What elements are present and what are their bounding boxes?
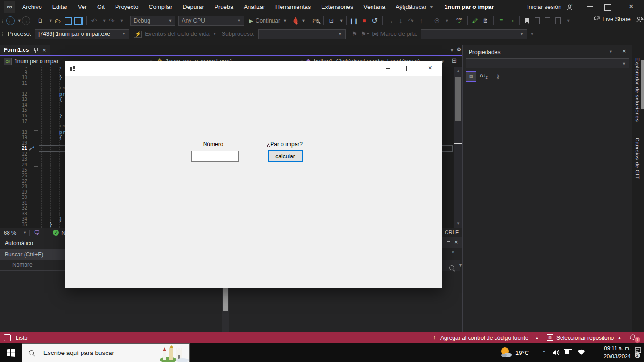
hot-reload-dropdown-icon[interactable]: ▼ <box>301 18 305 23</box>
fold-collapse-icon[interactable]: − <box>34 130 38 134</box>
save-all-icon[interactable] <box>74 16 84 26</box>
app-close-button[interactable]: × <box>428 64 432 72</box>
menu-depurar[interactable]: Depurar <box>177 4 209 10</box>
solution-config-dropdown[interactable]: Debug▼ <box>130 16 175 26</box>
pause-icon[interactable]: ❙❙ <box>349 16 359 26</box>
zoom-level[interactable]: 68 % <box>4 230 16 236</box>
tray-chevron-icon[interactable]: ⌃ <box>540 349 548 356</box>
split-window-icon[interactable]: ⊞ <box>452 57 457 64</box>
process-dropdown[interactable]: [7436] 1num par o impar.exe▼ <box>35 29 129 39</box>
step-over-icon[interactable]: ↷ <box>406 16 416 26</box>
redo-icon[interactable]: ↷ <box>107 16 117 26</box>
step-out-icon[interactable]: ↑ <box>416 16 427 26</box>
stack-frame-dropdown[interactable]: ▼ <box>421 29 527 39</box>
sign-in-control[interactable]: Iniciar sesión + <box>527 2 574 12</box>
save-icon[interactable] <box>63 16 74 26</box>
tray-clock[interactable]: 09:11 a. m. 20/03/2024 <box>590 345 631 361</box>
start-button[interactable] <box>1 343 21 362</box>
tray-volume-icon[interactable] <box>552 348 561 357</box>
side-tab-git-changes[interactable]: Cambios de GIT <box>635 138 640 179</box>
menu-herramientas[interactable]: Herramientas <box>270 4 316 10</box>
live-share-label[interactable]: Live Share <box>603 16 631 23</box>
platform-dropdown[interactable]: Any CPU▼ <box>178 16 244 26</box>
tab-list-dropdown-icon[interactable]: ▼ <box>450 48 454 53</box>
menu-editar[interactable]: Editar <box>47 4 73 10</box>
notification-center-button[interactable]: 2 <box>634 347 643 358</box>
lifecycle-label[interactable]: Eventos del ciclo de vida <box>145 31 210 37</box>
uncomment-icon[interactable]: 🗎 <box>480 16 491 26</box>
feedback-icon[interactable]: 🗨 <box>34 230 40 236</box>
navigate-back-icon[interactable]: ← <box>6 16 15 25</box>
select-repository-button[interactable]: Seleccionar repositorio <box>556 335 614 341</box>
tab-settings-gear-icon[interactable]: ⚙ <box>456 46 462 53</box>
close-tab-icon[interactable]: × <box>42 47 46 54</box>
share-user-icon[interactable] <box>636 16 644 23</box>
open-folder-icon[interactable]: 🗁 <box>53 16 63 26</box>
stop-icon[interactable]: ■ <box>359 16 370 26</box>
hot-reload-icon[interactable] <box>291 16 298 25</box>
categorized-icon[interactable]: ▤ <box>466 71 476 82</box>
navigate-forward-icon[interactable]: → <box>22 16 30 25</box>
restore-button[interactable] <box>604 4 611 11</box>
menu-prueba[interactable]: Prueba <box>209 4 239 10</box>
taskbar-weather[interactable]: 19°C <box>499 343 529 362</box>
restart-icon[interactable]: ↺ <box>370 16 380 26</box>
menu-archivo[interactable]: Archivo <box>17 4 47 10</box>
new-file-dropdown-icon[interactable]: ▼ <box>49 18 53 23</box>
nav-project-dropdown[interactable]: 1num par o impar <box>14 58 58 65</box>
search-castle-image[interactable] <box>159 345 189 362</box>
numero-textbox[interactable] <box>191 151 239 162</box>
zoom-dropdown-icon[interactable]: ▼ <box>23 230 27 235</box>
continue-label[interactable]: Continuar <box>256 17 280 24</box>
subprocess-dropdown[interactable]: ▼ <box>258 29 346 39</box>
step-into-icon[interactable]: ↓ <box>396 16 406 26</box>
preview-window-icon[interactable]: ⊡ <box>326 16 337 26</box>
flag-icon[interactable]: ⚑ <box>349 29 360 39</box>
app-form-titlebar[interactable]: × <box>65 61 442 76</box>
side-scrollbar-thumb[interactable] <box>641 60 644 109</box>
indent-decrease-icon[interactable]: ≡ <box>496 16 506 26</box>
scrollbar-up-arrow[interactable]: ▲ <box>456 69 460 73</box>
menu-git[interactable]: Git <box>92 4 110 10</box>
alphabetical-icon[interactable]: A↓Z <box>480 73 488 80</box>
show-next-statement-icon[interactable]: → <box>385 16 396 26</box>
tab-form1cs[interactable]: Form1.cs × <box>0 45 50 55</box>
menu-ventana[interactable]: Ventana <box>358 4 390 10</box>
side-tab-solution-explorer[interactable]: Explorador de soluciones <box>635 58 640 122</box>
back-dropdown-icon[interactable]: ▼ <box>17 18 22 23</box>
menu-compilar[interactable]: Compilar <box>143 4 177 10</box>
indent-increase-icon[interactable]: ⇥ <box>506 16 517 26</box>
breakpoints-icon[interactable]: ⦿ <box>432 16 442 26</box>
bookmark-icon[interactable] <box>522 16 532 26</box>
taskbar-search-box[interactable]: Escribe aquí para buscar <box>22 343 190 362</box>
scrollbar-thumb[interactable] <box>455 77 461 121</box>
panel-close-icon[interactable]: × <box>454 239 458 246</box>
editor-scrollbar[interactable]: ▲ ▼ <box>454 67 462 228</box>
undo-icon[interactable]: ↶ <box>89 16 99 26</box>
feedback-person-icon[interactable] <box>4 334 11 341</box>
calcular-button[interactable]: calcular <box>268 150 303 162</box>
continue-play-icon[interactable]: ▶ <box>249 18 253 24</box>
tray-display-icon[interactable] <box>564 349 572 355</box>
add-source-control-button[interactable]: Agregar al control de código fuente <box>440 335 528 341</box>
comment-icon[interactable]: 🖉 <box>470 16 480 26</box>
prev-bookmark-icon[interactable] <box>532 16 543 26</box>
next-bookmark-icon[interactable] <box>543 16 553 26</box>
menu-ver[interactable]: Ver <box>73 4 92 10</box>
pin-icon[interactable] <box>33 48 38 53</box>
properties-dropdown-icon[interactable]: ▼ <box>609 49 613 54</box>
close-button[interactable]: × <box>629 2 633 11</box>
tray-wifi-icon[interactable] <box>577 349 586 355</box>
eol-indicator[interactable]: CRLF <box>445 230 459 235</box>
autos-col-name[interactable]: Nombre <box>12 262 33 268</box>
app-maximize-button[interactable] <box>406 66 412 71</box>
scrollbar-down-arrow[interactable]: ▼ <box>456 222 460 226</box>
fold-collapse-icon[interactable]: − <box>34 163 38 167</box>
events-key-icon[interactable]: ⚷ <box>496 73 501 80</box>
autos-vscroll-thumb[interactable] <box>223 287 228 311</box>
flag-group-icon[interactable]: ⚑⚑ <box>360 29 370 39</box>
find-in-files-icon[interactable]: 🗁 <box>311 16 321 26</box>
properties-close-icon[interactable]: × <box>622 48 626 55</box>
properties-object-dropdown[interactable]: ▼ <box>466 58 629 68</box>
app-minimize-button[interactable] <box>385 68 391 69</box>
